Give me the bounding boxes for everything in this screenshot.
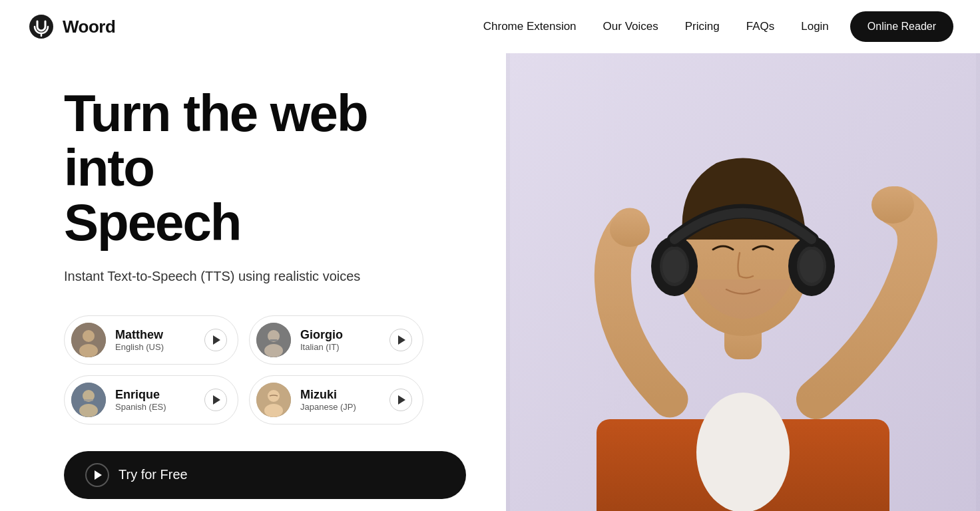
logo-icon [27, 12, 56, 41]
voice-card-matthew[interactable]: Matthew English (US) [64, 315, 238, 365]
voice-lang-enrique: Spanish (ES) [115, 402, 195, 412]
try-play-circle [85, 463, 109, 487]
svg-point-27 [871, 186, 914, 224]
nav-chrome-extension[interactable]: Chrome Extension [483, 20, 577, 33]
avatar-enrique [71, 383, 106, 417]
svg-rect-11 [84, 399, 93, 401]
hero-headline: Turn the web into Speech [64, 86, 466, 250]
voice-name-matthew: Matthew [115, 328, 195, 342]
logo[interactable]: Woord [27, 12, 115, 41]
svg-point-28 [610, 212, 650, 247]
nav-our-voices[interactable]: Our Voices [603, 20, 658, 33]
try-for-free-button[interactable]: Try for Free [64, 451, 466, 499]
voice-lang-matthew: English (US) [115, 342, 195, 352]
online-reader-button[interactable]: Online Reader [850, 11, 953, 42]
voice-card-giorgio[interactable]: Giorgio Italian (IT) [249, 315, 423, 365]
hero-image-section [506, 53, 980, 511]
voice-info-matthew: Matthew English (US) [115, 328, 195, 352]
logo-text: Woord [63, 17, 115, 37]
navbar: Woord Chrome Extension Our Voices Pricin… [0, 0, 980, 53]
avatar-giorgio [256, 323, 291, 357]
svg-rect-7 [270, 339, 278, 341]
voice-info-giorgio: Giorgio Italian (IT) [300, 328, 380, 352]
hero-left: Turn the web into Speech Instant Text-to… [0, 53, 506, 511]
play-icon-matthew [213, 335, 220, 345]
hero-headline-line2: Speech [64, 193, 240, 252]
avatar-matthew [71, 323, 106, 357]
play-icon-mizuki [398, 395, 405, 405]
svg-point-13 [268, 390, 280, 402]
voice-name-enrique: Enrique [115, 388, 195, 402]
nav-faqs[interactable]: FAQs [746, 20, 775, 33]
hero-headline-line1: Turn the web into [64, 84, 368, 197]
svg-point-6 [264, 344, 283, 357]
svg-point-26 [800, 250, 824, 283]
play-button-giorgio[interactable] [389, 329, 412, 351]
play-button-enrique[interactable] [204, 389, 227, 411]
svg-point-2 [83, 330, 95, 342]
nav-pricing[interactable]: Pricing [685, 20, 720, 33]
play-icon-giorgio [398, 335, 405, 345]
voice-card-enrique[interactable]: Enrique Spanish (ES) [64, 375, 238, 425]
svg-point-14 [264, 404, 283, 417]
voice-info-enrique: Enrique Spanish (ES) [115, 388, 195, 412]
play-button-mizuki[interactable] [389, 389, 412, 411]
nav-links: Chrome Extension Our Voices Pricing FAQs… [483, 20, 829, 33]
nav-login[interactable]: Login [801, 20, 829, 33]
voices-grid: Matthew English (US) [64, 315, 423, 425]
voice-name-giorgio: Giorgio [300, 328, 380, 342]
try-play-icon [95, 470, 102, 480]
play-button-matthew[interactable] [204, 329, 227, 351]
voice-lang-mizuki: Japanese (JP) [300, 402, 380, 412]
hero-person-illustration [506, 53, 980, 511]
voice-name-mizuki: Mizuki [300, 388, 380, 402]
avatar-mizuki [256, 383, 291, 417]
play-icon-enrique [213, 395, 220, 405]
svg-point-25 [662, 250, 686, 283]
voice-card-mizuki[interactable]: Mizuki Japanese (JP) [249, 375, 423, 425]
svg-point-3 [79, 344, 98, 357]
voice-lang-giorgio: Italian (IT) [300, 342, 380, 352]
voice-info-mizuki: Mizuki Japanese (JP) [300, 388, 380, 412]
svg-point-10 [79, 404, 98, 417]
try-for-free-label: Try for Free [119, 467, 188, 482]
hero-subheadline: Instant Text-to-Speech (TTS) using reali… [64, 266, 466, 286]
svg-point-18 [696, 393, 790, 511]
hero-section: Turn the web into Speech Instant Text-to… [0, 53, 980, 511]
